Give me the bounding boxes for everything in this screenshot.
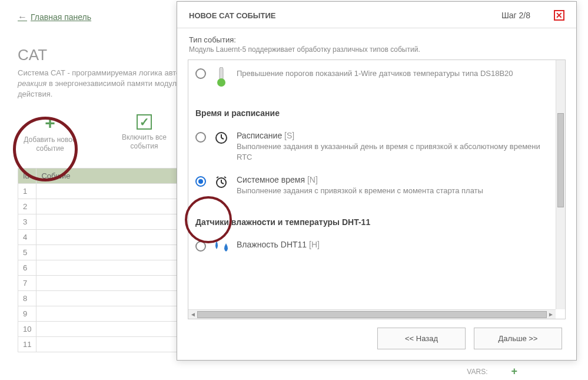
scroll-right-arrow-icon[interactable]: ► [548, 311, 554, 318]
event-option-1wire[interactable]: Превышение порогов показаний 1-Wire датч… [195, 62, 549, 95]
scroll-left-arrow-icon[interactable]: ◄ [190, 311, 196, 318]
thermometer-icon [213, 67, 230, 87]
svg-line-7 [221, 183, 224, 184]
svg-point-1 [217, 78, 225, 87]
close-icon[interactable]: ✕ [554, 10, 564, 21]
event-option-schedule-desc: Выполнение задания в указанный день и вр… [237, 141, 549, 162]
vars-row: VARS: + [467, 365, 517, 378]
scroll-thumb[interactable] [557, 113, 564, 207]
cell-id: 4 [18, 229, 36, 244]
svg-line-9 [224, 177, 226, 178]
event-option-systime[interactable]: Системное время [N] Выполнение задания с… [195, 170, 549, 204]
event-type-scroll[interactable]: Превышение порогов показаний 1-Wire датч… [188, 60, 556, 309]
cell-id: 8 [18, 290, 36, 306]
event-option-schedule-title: Расписание [S] [237, 131, 549, 140]
category-dht: Датчики влажности и температуры DHT-11 [195, 217, 549, 227]
event-type-label: Тип события: [189, 35, 564, 44]
cell-id: 11 [18, 336, 36, 352]
horizontal-scrollbar[interactable]: ◄ ► [188, 309, 556, 319]
humidity-icon [213, 240, 230, 253]
cell-id: 2 [18, 199, 36, 214]
check-icon: ✓ [137, 114, 152, 130]
event-option-dht-humidity[interactable]: Влажность DHT11 [H] [195, 235, 549, 261]
svg-line-8 [217, 177, 218, 178]
clock-icon [213, 131, 230, 145]
event-option-1wire-desc: Превышение порогов показаний 1-Wire датч… [237, 68, 549, 79]
new-event-modal: НОВОЕ CAT СОБЫТИЕ Шаг 2/8 ✕ Тип события:… [177, 1, 577, 361]
event-option-schedule[interactable]: Расписание [S] Выполнение задания в указ… [195, 126, 549, 170]
cell-id: 10 [18, 321, 36, 336]
event-option-dht-humidity-title: Влажность DHT11 [H] [237, 240, 549, 249]
add-event-button[interactable]: + Добавить новое событие [18, 114, 82, 154]
alarm-clock-icon [213, 175, 230, 189]
svg-line-4 [221, 138, 224, 139]
hscroll-thumb[interactable] [197, 311, 547, 318]
event-type-desc: Модуль Lauernt-5 поддерживает обработку … [189, 45, 564, 54]
modal-step: Шаг 2/8 [501, 11, 530, 20]
event-option-systime-title: Системное время [N] [237, 175, 549, 184]
svg-rect-0 [220, 67, 223, 80]
radio-1wire[interactable] [195, 68, 206, 79]
back-link[interactable]: ← Главная панель [18, 12, 91, 22]
cell-id: 5 [18, 244, 36, 260]
modal-header: НОВОЕ CAT СОБЫТИЕ Шаг 2/8 ✕ [177, 2, 576, 28]
arrow-left-icon: ← [18, 12, 27, 22]
vertical-scrollbar[interactable] [556, 60, 565, 309]
cell-id: 9 [18, 306, 36, 321]
modal-footer: << Назад Дальше >> [177, 319, 576, 360]
modal-title: НОВОЕ CAT СОБЫТИЕ [189, 11, 276, 20]
back-button[interactable]: << Назад [377, 328, 466, 349]
back-link-label: Главная панель [31, 12, 91, 22]
modal-subheader: Тип события: Модуль Lauernt-5 поддержива… [177, 28, 576, 60]
enable-all-button[interactable]: ✓ Включить все события [112, 114, 177, 154]
add-event-label: Добавить новое событие [18, 136, 82, 154]
cell-id: 6 [18, 260, 36, 275]
enable-all-label: Включить все события [112, 133, 177, 151]
radio-systime[interactable] [195, 176, 206, 187]
event-type-list: Превышение порогов показаний 1-Wire датч… [188, 60, 566, 319]
plus-icon: + [45, 114, 55, 132]
vars-label: VARS: [467, 368, 487, 376]
cell-id: 7 [18, 275, 36, 290]
cell-id: 1 [18, 183, 36, 199]
th-id: Id [18, 168, 36, 183]
cell-id: 3 [18, 214, 36, 229]
next-button[interactable]: Дальше >> [474, 328, 562, 349]
plus-icon[interactable]: + [511, 365, 517, 378]
radio-dht-humidity[interactable] [195, 241, 206, 252]
event-option-systime-desc: Выполнение задания с привязкой к времени… [237, 186, 549, 196]
category-time: Время и расписание [195, 108, 549, 118]
radio-schedule[interactable] [195, 132, 206, 143]
